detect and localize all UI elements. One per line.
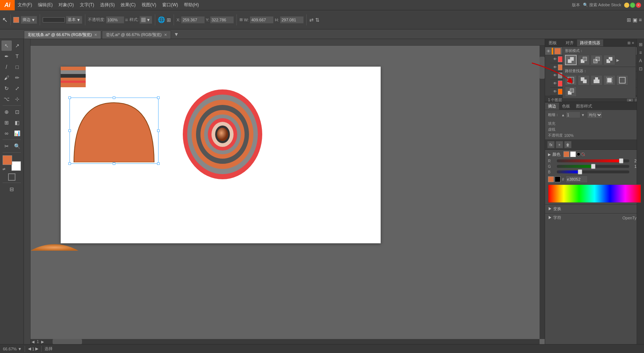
handle-bl[interactable] xyxy=(68,162,71,165)
w-input[interactable] xyxy=(250,16,274,24)
y-input[interactable] xyxy=(210,16,234,24)
search-stock[interactable]: 🔍 搜索 Adobe Stock xyxy=(583,2,622,8)
r-thumb[interactable] xyxy=(619,158,623,163)
shape-builder-tool[interactable]: ⊕ xyxy=(1,107,12,117)
dome-selected[interactable] xyxy=(71,99,157,162)
close-button[interactable]: ✕ xyxy=(636,3,641,8)
minus-back-btn[interactable] xyxy=(565,87,577,97)
minus-front-btn[interactable] xyxy=(578,55,590,65)
graphic-styles-tab[interactable]: 图形样式 xyxy=(573,103,595,110)
handle-ml[interactable] xyxy=(68,130,71,132)
pen-tool[interactable]: ✒ xyxy=(1,51,12,61)
pencil-tool[interactable]: ✏ xyxy=(12,73,22,83)
unite-btn[interactable] xyxy=(565,55,577,65)
handle-br[interactable] xyxy=(157,162,160,165)
handle-tm[interactable] xyxy=(113,96,115,99)
no-color-swatch[interactable] xyxy=(8,173,15,181)
grid-icon[interactable]: ⊞ xyxy=(627,17,631,23)
warp-tool[interactable]: ⌥ xyxy=(1,94,12,104)
panel-strip-icon-3[interactable]: A xyxy=(639,58,642,63)
sublayer-eye-5[interactable]: 👁 xyxy=(553,89,557,93)
next-page-btn[interactable]: ▶ xyxy=(40,340,45,344)
menu-text[interactable]: 文字(T) xyxy=(77,0,97,10)
vertical-scrollbar[interactable] xyxy=(540,46,545,339)
menu-view[interactable]: 视图(V) xyxy=(139,0,159,10)
perspective-tool[interactable]: ⊡ xyxy=(12,107,22,117)
current-color-swatch[interactable] xyxy=(563,151,569,157)
sublayer-eye-3[interactable]: 👁 xyxy=(553,73,557,77)
chart-tool[interactable]: 📊 xyxy=(12,128,22,138)
g-slider[interactable] xyxy=(557,165,629,168)
align-tab[interactable]: 对齐 xyxy=(563,39,577,46)
fill-color-swatch[interactable] xyxy=(13,17,19,23)
gradient-tool[interactable]: ◧ xyxy=(12,117,22,128)
prev-page-btn[interactable]: ◀ xyxy=(31,340,36,344)
new-tab-icon[interactable]: ▼ xyxy=(172,31,181,37)
sublayer-eye-4[interactable]: 👁 xyxy=(553,81,557,85)
flip-horizontal-icon[interactable]: ⇄ xyxy=(309,17,314,23)
tab-try[interactable]: 尝试.ai* @ 66.67% (RGB/预览) ✕ xyxy=(102,31,171,39)
appearance-btn-2[interactable]: + xyxy=(556,141,563,148)
panel-strip-icon-2[interactable]: ≡ xyxy=(639,50,642,55)
g-thumb[interactable] xyxy=(591,164,595,169)
mode-dropdown[interactable]: 摘边 ▼ xyxy=(21,16,37,24)
vertical-scroll-thumb[interactable] xyxy=(540,57,545,79)
merge-btn[interactable] xyxy=(591,75,602,85)
horizontal-scrollbar[interactable] xyxy=(31,339,540,344)
text-tool[interactable]: T xyxy=(12,51,22,61)
handle-tl[interactable] xyxy=(68,96,71,99)
menu-object[interactable]: 对象(O) xyxy=(56,0,77,10)
opacity-input[interactable] xyxy=(106,16,124,24)
trim-btn[interactable] xyxy=(578,75,590,85)
flip-vertical-icon[interactable]: ⇅ xyxy=(315,17,320,23)
outline-btn[interactable] xyxy=(616,75,628,85)
appearance-btn-3[interactable]: 🗑 xyxy=(564,141,572,148)
handle-mr[interactable] xyxy=(157,130,160,132)
rect-tool[interactable]: □ xyxy=(12,62,22,72)
blend-tool[interactable]: ∞ xyxy=(1,128,12,138)
sublayer-eye-2[interactable]: 👁 xyxy=(553,65,557,69)
handle-tr[interactable] xyxy=(157,96,160,99)
rotate-tool[interactable]: ↻ xyxy=(1,83,12,93)
sublayer-eye-1[interactable]: 👁 xyxy=(553,57,557,61)
free-transform-tool[interactable]: ⊹ xyxy=(12,94,22,104)
tab-rainbow[interactable]: 彩虹线条.ai* @ 66.67% (RGB/预览) ✕ xyxy=(24,31,101,39)
mesh-tool[interactable]: ⊞ xyxy=(1,117,12,128)
line-tool[interactable]: / xyxy=(1,62,12,72)
change-screen-mode[interactable]: ⊟ xyxy=(7,184,17,194)
x-input[interactable] xyxy=(181,16,205,24)
concentric-ellipse[interactable] xyxy=(182,89,263,180)
expand-shape-mode[interactable]: ▶ xyxy=(616,58,619,62)
exclude-btn[interactable] xyxy=(604,55,615,65)
panel-strip-icon-4[interactable]: ⊡ xyxy=(639,66,643,71)
color-spectrum[interactable] xyxy=(548,184,641,203)
menu-select[interactable]: 选择(S) xyxy=(97,0,118,10)
menu-file[interactable]: 文件(F) xyxy=(15,0,35,10)
stroke-width-input[interactable] xyxy=(566,112,580,118)
direct-select-tool[interactable]: ↗ xyxy=(12,40,22,51)
menu-effect[interactable]: 效果(C) xyxy=(118,0,139,10)
panel-strip-icon-1[interactable]: ⊞ xyxy=(639,42,643,47)
tab-board[interactable]: 图板 xyxy=(545,39,561,47)
layer-eye-1[interactable]: 👁 xyxy=(547,49,551,53)
menu-edit[interactable]: 编辑(E) xyxy=(35,0,56,10)
handle-bm[interactable] xyxy=(113,162,115,165)
crop-btn[interactable] xyxy=(604,75,615,85)
tab-try-close[interactable]: ✕ xyxy=(164,33,167,37)
b-thumb[interactable] xyxy=(578,169,582,174)
select-tool[interactable]: ↖ xyxy=(1,40,12,51)
appearance-btn-1[interactable]: fx xyxy=(547,141,555,148)
menu-window[interactable]: 窗口(W) xyxy=(159,0,181,10)
appearance-tab[interactable]: 摘边 xyxy=(545,103,559,110)
pf-menu-icon[interactable]: ≡ xyxy=(632,41,634,45)
swap-colors-icon[interactable]: ⇄ xyxy=(3,167,6,171)
background-color-swatch[interactable] xyxy=(11,161,21,171)
zoom-tool[interactable]: 🔍 xyxy=(12,141,22,151)
pf-expand-icon[interactable]: ⊞ xyxy=(627,41,630,45)
stroke-type-select[interactable]: 均匀 xyxy=(587,111,602,119)
minimize-button[interactable]: ─ xyxy=(624,3,629,8)
panel-icon[interactable]: ▣ xyxy=(633,17,637,23)
style-box[interactable]: ▼ xyxy=(139,16,152,24)
divide-btn[interactable] xyxy=(565,75,577,85)
swatches-tab[interactable]: 色板 xyxy=(559,103,573,110)
